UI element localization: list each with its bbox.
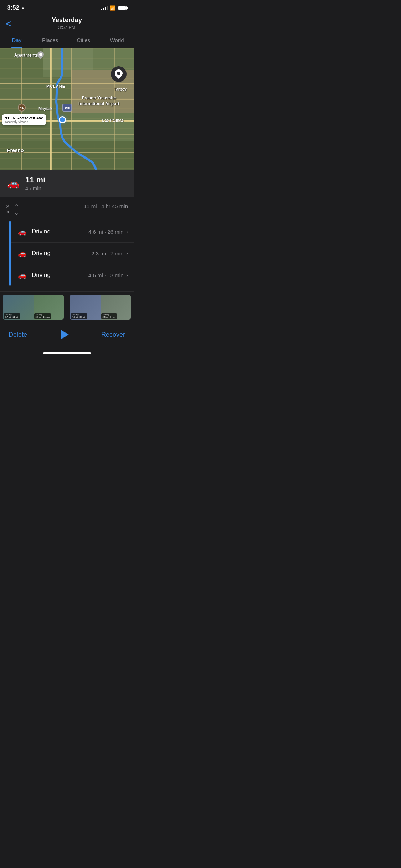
segment-car-icon-2: 🚗 — [18, 249, 27, 258]
location-sublabel: Recently viewed — [5, 120, 43, 124]
map-label-apartments: Apartments — [14, 53, 38, 58]
svg-rect-17 — [114, 48, 115, 170]
thumbnail-divider — [67, 295, 67, 320]
timeline-segment-2[interactable]: 🚗 Driving 2.3 mi · 7 min › — [11, 243, 134, 264]
trip-distance: 11 mi — [25, 175, 127, 185]
map-label-mayfair: Mayfair — [38, 107, 52, 111]
highway-badge-41: 41 — [18, 104, 26, 112]
timeline-segment-1[interactable]: 🚗 Driving 4.6 mi · 26 min › — [11, 221, 134, 243]
back-button[interactable]: < — [6, 18, 11, 30]
svg-rect-16 — [93, 48, 93, 170]
svg-rect-8 — [0, 83, 134, 84]
map-label-fresno: Fresno — [7, 148, 24, 153]
wifi-icon: 📶 — [110, 5, 115, 11]
thumb-label-1a: Driving 5.7 mi · 11 min — [4, 313, 20, 319]
car-icon: 🚗 — [7, 177, 20, 189]
battery-icon — [118, 6, 127, 10]
tab-world[interactable]: World — [100, 34, 134, 45]
chevron-up-icon: ✕ — [6, 204, 10, 209]
svg-rect-11 — [0, 134, 134, 135]
thumbnail-group-2[interactable]: Driving 4.6 mi · 36 min Driving 2.5 mi ·… — [70, 295, 131, 320]
page-title: Yesterday — [7, 16, 127, 24]
play-triangle-icon — [61, 330, 69, 339]
svg-point-21 — [117, 72, 120, 75]
timeline-total-stats: 11 mi · 4 hr 45 min — [19, 203, 128, 209]
segment-stats-2: 2.3 mi · 7 min — [91, 250, 123, 257]
segment-label-1: Driving — [32, 228, 88, 235]
timeline-segment-3[interactable]: 🚗 Driving 4.6 mi · 13 min › — [11, 264, 134, 286]
apartments-pin — [37, 51, 44, 61]
map-label-las-palmas: Las Palmas — [102, 118, 124, 122]
map-view[interactable]: Apartments MCLANE Tarpey Fresno Yosemite… — [0, 48, 134, 170]
status-bar: 3:52 ▲ 📶 — [0, 0, 134, 14]
collapse-button[interactable]: ✕ ✕ — [6, 203, 10, 215]
tab-places[interactable]: Places — [34, 34, 67, 45]
segment-stats-3: 4.6 mi · 13 min — [88, 272, 123, 278]
tab-day[interactable]: Day — [0, 34, 34, 45]
chevron-down-icon2: ✕ — [6, 210, 10, 215]
header: < Yesterday 3:57 PM — [0, 14, 134, 34]
thumbnail-2b: Driving 2.5 mi · 7 min — [101, 295, 131, 320]
collapse-icon-arrows: ⌃ ⌃ — [14, 204, 19, 215]
tab-cities[interactable]: Cities — [67, 34, 101, 45]
segment-car-icon-3: 🚗 — [18, 271, 27, 279]
timeline-section: ✕ ✕ ⌃ ⌃ 11 mi · 4 hr 45 min 🚗 Driving 4.… — [0, 197, 134, 291]
trip-stats: 11 mi 46 min — [25, 175, 127, 191]
signal-icon — [101, 6, 108, 10]
trip-info-section: 🚗 11 mi 46 min — [0, 170, 134, 197]
thumbnail-1a: Driving 5.7 mi · 11 min — [3, 295, 34, 320]
location-arrow-icon: ▲ — [21, 6, 25, 10]
bottom-actions: Delete Recover — [0, 322, 134, 350]
status-time: 3:52 ▲ — [7, 4, 25, 11]
current-location-dot — [59, 116, 66, 123]
chevron-right-icon-2: › — [126, 250, 128, 256]
map-label-airport: Fresno YosemiteInternational Airport — [78, 95, 119, 107]
map-location-popup: 915 N Roosevelt Ave Recently viewed — [2, 114, 46, 125]
map-pin-button[interactable] — [111, 66, 127, 82]
play-button[interactable] — [56, 327, 72, 342]
thumb-label-1b: Driving 5.7 mi · 11 min — [34, 313, 51, 319]
map-label-tarpey: Tarpey — [114, 87, 127, 91]
home-indicator — [43, 352, 91, 354]
time-display: 3:52 — [7, 4, 19, 11]
chevron-right-icon-3: › — [126, 272, 128, 278]
chevron-right-icon-1: › — [126, 229, 128, 234]
svg-point-20 — [39, 53, 42, 56]
segment-stats-1: 4.6 mi · 26 min — [88, 229, 123, 235]
page-subtitle: 3:57 PM — [7, 25, 127, 30]
trip-duration: 46 min — [25, 185, 127, 191]
status-icons: 📶 — [101, 5, 127, 11]
map-label-mclane: MCLANE — [46, 84, 65, 88]
segment-label-2: Driving — [32, 250, 91, 257]
thumb-label-2a: Driving 4.6 mi · 36 min — [71, 313, 87, 319]
thumb-label-2b: Driving 2.5 mi · 7 min — [101, 313, 117, 319]
thumbnails-row: Driving 5.7 mi · 11 min Driving 5.7 mi ·… — [0, 291, 134, 322]
delete-button[interactable]: Delete — [9, 331, 27, 339]
segment-car-icon-1: 🚗 — [18, 227, 27, 236]
thumbnail-group-1[interactable]: Driving 5.7 mi · 11 min Driving 5.7 mi ·… — [3, 295, 64, 320]
thumbnail-2a: Driving 4.6 mi · 36 min — [70, 295, 101, 320]
recover-button[interactable]: Recover — [101, 331, 125, 339]
tabs-bar: Day Places Cities World — [0, 34, 134, 48]
timeline-header: ✕ ✕ ⌃ ⌃ 11 mi · 4 hr 45 min — [0, 203, 134, 215]
highway-badge-168: 168 — [62, 104, 72, 112]
location-address: 915 N Roosevelt Ave — [5, 116, 43, 120]
thumbnail-1b: Driving 5.7 mi · 11 min — [34, 295, 64, 320]
timeline-bar — [9, 221, 11, 286]
timeline-items: 🚗 Driving 4.6 mi · 26 min › 🚗 Driving 2.… — [0, 221, 134, 286]
segment-label-3: Driving — [32, 272, 88, 279]
